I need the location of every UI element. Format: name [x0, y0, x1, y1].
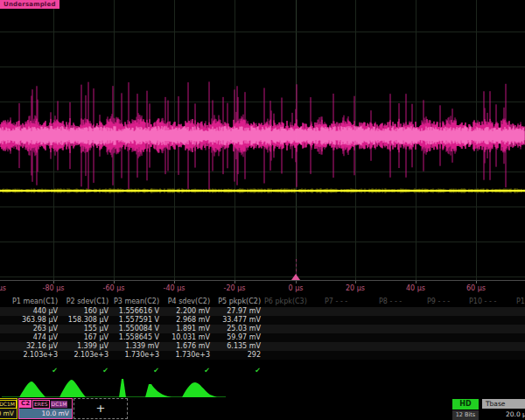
- measure-value: 2.200 mV: [159, 307, 210, 316]
- measure-num: 292: [210, 351, 261, 360]
- measure-row-max: 474 µV 167 µV 1.558645 V 10.031 mV 59.97…: [0, 333, 525, 342]
- measure-row-sdev: 32.16 µV 1.399 µV 1.339 mV 1.676 mV 6.13…: [0, 342, 525, 351]
- hd-bits-label: 12 Bits: [452, 410, 479, 420]
- measure-max: 474 µV: [7, 333, 58, 342]
- status-check-icon: ✔: [7, 367, 58, 375]
- measure-header-p2[interactable]: P2 sdev(C1): [58, 298, 108, 306]
- measure-header-p5[interactable]: P5 pkpk(C2): [210, 298, 261, 306]
- measure-header-p7[interactable]: P7 - - -: [325, 298, 347, 306]
- measure-mean: 363.98 µV: [7, 316, 58, 325]
- measure-histicons: [0, 376, 262, 399]
- axis-tick: [296, 281, 297, 284]
- measure-min: 263 µV: [7, 325, 58, 333]
- axis-tick: [355, 281, 356, 284]
- measure-mean: 2.968 mV: [159, 316, 210, 325]
- axis-label: 20 µs: [336, 284, 374, 292]
- axis-label: -20 µs: [215, 284, 254, 292]
- waveform-grid-area: [0, 0, 525, 280]
- histicon-p5: [182, 382, 217, 397]
- measure-header-row: P1 mean(C1) P2 sdev(C1) P3 mean(C2) P4 s…: [0, 298, 525, 306]
- c2-coupling-badge: DC1M: [51, 401, 68, 408]
- axis-label: -60 µs: [94, 284, 133, 292]
- c2-vdiv-value: 10.0 mV: [19, 409, 72, 418]
- axis-label: -100 µs: [0, 284, 12, 292]
- measure-mean: 158.308 µV: [58, 316, 108, 325]
- measure-mean: 33.477 mV: [210, 316, 261, 325]
- c2-descriptor-top: C2 ERES DC1M: [19, 399, 72, 409]
- histicon-p4: [145, 384, 172, 397]
- axis-tick: [114, 281, 115, 284]
- measure-value: 160 µV: [58, 307, 108, 316]
- c2-eres-badge: ERES: [32, 400, 50, 409]
- measure-value: 27.97 mV: [210, 307, 261, 316]
- c2-trace-core: [0, 126, 524, 145]
- oscilloscope-screen: Undersampled -100 µs -80 µs -60 µs -40 µ…: [0, 0, 525, 420]
- measure-min: 25.03 mV: [210, 325, 261, 333]
- histicon-p1: [19, 382, 46, 397]
- timebase-descriptor[interactable]: Tbase 20.0 µs/div: [482, 399, 525, 419]
- measure-mean: 1.557591 V: [108, 316, 159, 325]
- c1-descriptor-top: C1 DC1M: [0, 399, 17, 409]
- measure-min: 1.550084 V: [108, 325, 159, 333]
- measure-row-mean: 363.98 µV 158.308 µV 1.557591 V 2.968 mV…: [0, 316, 525, 325]
- measure-sdev: 1.676 mV: [159, 342, 210, 351]
- status-check-icon: ✔: [58, 367, 108, 375]
- measure-num: 1.730e+3: [159, 351, 210, 360]
- axis-tick: [234, 281, 235, 284]
- measure-min: 155 µV: [58, 325, 108, 333]
- measure-sdev: 1.399 µV: [58, 342, 108, 351]
- measure-max: 1.558645 V: [108, 333, 159, 342]
- measure-header-p11[interactable]: P11: [516, 298, 525, 306]
- axis-label: -80 µs: [34, 284, 73, 292]
- measure-sdev: 1.339 mV: [108, 342, 159, 351]
- axis-tick: [53, 281, 54, 284]
- measure-value: 1.556616 V: [108, 307, 159, 316]
- histicon-p2: [60, 380, 86, 397]
- measure-header-p1[interactable]: P1 mean(C1): [7, 298, 58, 306]
- measure-num: 2.103e+3: [7, 351, 58, 360]
- hd-mode-badge[interactable]: HD: [452, 399, 479, 410]
- measure-value: 440 µV: [7, 307, 58, 316]
- axis-tick: [174, 281, 175, 284]
- c1-coupling-badge: DC1M: [0, 400, 17, 409]
- measure-sdev: 6.135 mV: [210, 342, 261, 351]
- measure-sdev: 32.16 µV: [7, 342, 58, 351]
- measure-row-value: 440 µV 160 µV 1.556616 V 2.200 mV 27.97 …: [0, 307, 525, 316]
- measure-header-p3[interactable]: P3 mean(C2): [108, 298, 159, 306]
- undersampled-warning-badge: Undersampled: [0, 0, 60, 9]
- channel-descriptor-c1[interactable]: C1 DC1M 10.0 mV: [0, 398, 18, 419]
- time-axis-line: [0, 280, 525, 281]
- measure-header-p6[interactable]: P6 pkpk(C3): [264, 298, 307, 306]
- trigger-position-marker[interactable]: [291, 274, 300, 280]
- measure-row-num: 2.103e+3 2.103e+3 1.730e+3 1.730e+3 292: [0, 351, 525, 360]
- c2-label: C2: [19, 400, 32, 408]
- measure-num: 1.730e+3: [108, 351, 159, 360]
- measure-row-status: ✔ ✔ ✔ ✔ ✔: [0, 367, 525, 375]
- status-check-icon: ✔: [159, 367, 210, 375]
- measure-header-p10[interactable]: P10 - - -: [469, 298, 496, 306]
- timebase-value: 20.0 µs/div: [506, 410, 525, 419]
- measure-min: 1.891 mV: [159, 325, 210, 333]
- measure-row-min: 263 µV 155 µV 1.550084 V 1.891 mV 25.03 …: [0, 325, 525, 333]
- measure-max: 59.97 mV: [210, 333, 261, 342]
- measure-header-p9[interactable]: P9 - - -: [427, 298, 450, 306]
- axis-label: 60 µs: [457, 284, 495, 292]
- measure-max: 167 µV: [58, 333, 108, 342]
- histicon-p3: [119, 379, 126, 397]
- measure-header-p4[interactable]: P4 sdev(C2): [159, 298, 210, 306]
- add-channel-button[interactable]: +: [74, 398, 128, 419]
- channel-descriptor-c2[interactable]: C2 ERES DC1M 10.0 mV: [18, 398, 73, 419]
- axis-tick: [416, 281, 416, 284]
- timebase-title: Tbase: [482, 399, 525, 409]
- measure-max: 10.031 mV: [159, 333, 210, 342]
- status-check-icon: ✔: [210, 367, 261, 375]
- axis-label: 0 µs: [276, 284, 315, 292]
- c1-vdiv-value: 10.0 mV: [0, 409, 17, 418]
- measure-header-p8[interactable]: P8 - - -: [379, 298, 402, 306]
- measure-num: 2.103e+3: [58, 351, 108, 360]
- axis-tick: [476, 281, 477, 284]
- axis-label: -40 µs: [155, 284, 193, 292]
- status-check-icon: ✔: [108, 367, 159, 375]
- axis-label: 40 µs: [396, 284, 435, 292]
